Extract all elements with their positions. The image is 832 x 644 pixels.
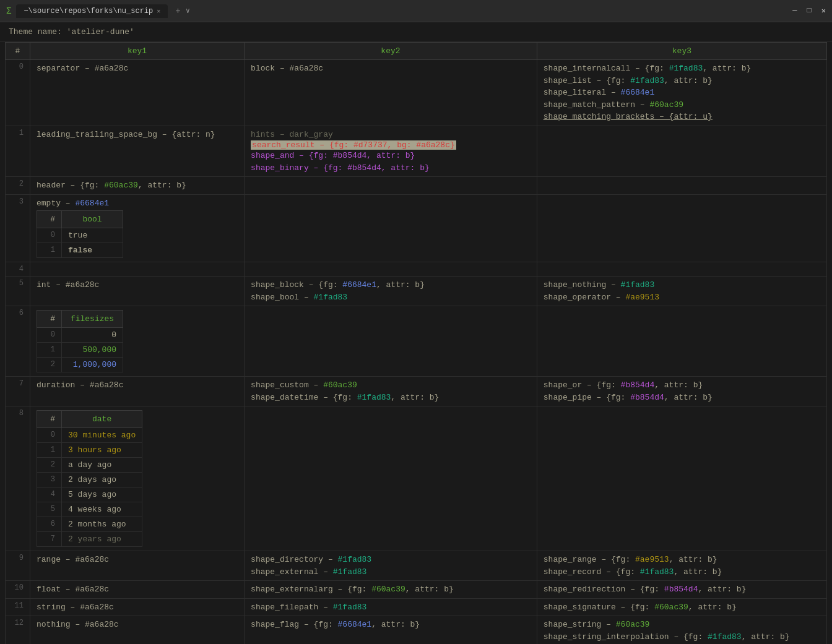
cell-key2-12: shape_flag – {fg: #6684e1, attr: b}	[245, 616, 537, 645]
row-num: 0	[6, 60, 30, 126]
col-header-key3: key3	[537, 43, 826, 60]
row-num: 9	[6, 551, 30, 581]
row-num: 3	[6, 194, 30, 262]
cell-key2-2	[245, 177, 537, 195]
col-header-key2: key2	[245, 43, 537, 60]
cell-key2-10: shape_externalarg – {fg: #60ac39, attr: …	[245, 581, 537, 599]
table-row: 4	[6, 262, 827, 277]
cell-key1-11: string – #a6a28c	[30, 598, 245, 616]
new-tab-button[interactable]: +	[175, 6, 180, 16]
table-row: 8 #date 030 minutes ago 13 hours ago 2a …	[6, 406, 827, 551]
cell-key2-11: shape_filepath – #1fad83	[245, 598, 537, 616]
table-header-row: # key1 key2 key3	[6, 43, 827, 60]
cell-key1-5: int – #a6a28c	[30, 277, 245, 306]
cell-key2-5: shape_block – {fg: #6684e1, attr: b}shap…	[245, 277, 537, 306]
theme-name-line: Theme name: 'atelier-dune'	[0, 22, 832, 42]
cell-key1-3: empty – #6684e1 #bool 0true 1false	[30, 194, 245, 262]
cell-key3-1	[537, 126, 826, 177]
row-num: 7	[6, 377, 30, 406]
cell-key2-4	[245, 262, 537, 277]
tab-dropdown-button[interactable]: ∨	[186, 6, 190, 15]
row-num: 10	[6, 581, 30, 599]
cell-key3-8	[537, 406, 826, 551]
row-num: 8	[6, 406, 30, 551]
cell-key3-3	[537, 194, 826, 262]
cell-key2-7: shape_custom – #60ac39shape_datetime – {…	[245, 377, 537, 406]
cell-key3-11: shape_signature – {fg: #60ac39, attr: b}	[537, 598, 826, 616]
cell-key1-4	[30, 262, 245, 277]
tab-label: ~\source\repos\forks\nu_scrip	[24, 7, 153, 15]
cell-key3-12: shape_string – #60ac39shape_string_inter…	[537, 616, 826, 645]
cell-key2-6	[245, 306, 537, 377]
tab-close-button[interactable]: ✕	[157, 7, 160, 15]
data-table: # key1 key2 key3 0 separator – #a6a28c b…	[5, 42, 827, 644]
table-row: 7 duration – #a6a28c shape_custom – #60a…	[6, 377, 827, 406]
cell-key1-2: header – {fg: #60ac39, attr: b}	[30, 177, 245, 195]
cell-key2-9: shape_directory – #1fad83shape_external …	[245, 551, 537, 581]
cell-key1-0: separator – #a6a28c	[30, 60, 245, 126]
cell-key3-2	[537, 177, 826, 195]
cell-key1-10: float – #a6a28c	[30, 581, 245, 599]
cell-key3-6	[537, 306, 826, 377]
inner-filesizes-table: #filesizes 00 1500,000 21,000,000	[37, 310, 123, 372]
table-row: 2 header – {fg: #60ac39, attr: b}	[6, 177, 827, 195]
main-content: # key1 key2 key3 0 separator – #a6a28c b…	[0, 42, 832, 644]
minimize-button[interactable]: —	[792, 6, 797, 15]
table-row: 5 int – #a6a28c shape_block – {fg: #6684…	[6, 277, 827, 306]
table-row: 6 #filesizes 00 1500,000 21,000,000	[6, 306, 827, 377]
inner-date-table: #date 030 minutes ago 13 hours ago 2a da…	[37, 410, 142, 547]
table-row: 0 separator – #a6a28c block – #a6a28c sh…	[6, 60, 827, 126]
tab-main[interactable]: ~\source\repos\forks\nu_scrip ✕	[16, 4, 168, 18]
cell-key3-5: shape_nothing – #1fad83shape_operator – …	[537, 277, 826, 306]
cell-key3-0: shape_internalcall – {fg: #1fad83, attr:…	[537, 60, 826, 126]
cell-key2-1: hints – dark_graysearch_result – {fg: #d…	[245, 126, 537, 177]
cell-key3-10: shape_redirection – {fg: #b854d4, attr: …	[537, 581, 826, 599]
cell-key1-8: #date 030 minutes ago 13 hours ago 2a da…	[30, 406, 245, 551]
cell-key1-9: range – #a6a28c	[30, 551, 245, 581]
inner-bool-table: #bool 0true 1false	[37, 210, 123, 258]
cell-key1-7: duration – #a6a28c	[30, 377, 245, 406]
cell-key1-1: leading_trailing_space_bg – {attr: n}	[30, 126, 245, 177]
maximize-button[interactable]: □	[807, 6, 812, 15]
cell-key3-4	[537, 262, 826, 277]
cell-key1-12: nothing – #a6a28c	[30, 616, 245, 645]
row-num: 4	[6, 262, 30, 277]
cell-key1-6: #filesizes 00 1500,000 21,000,000	[30, 306, 245, 377]
cell-key2-0: block – #a6a28c	[245, 60, 537, 126]
close-button[interactable]: ✕	[821, 6, 826, 15]
titlebar: Σ ~\source\repos\forks\nu_scrip ✕ + ∨ — …	[0, 0, 832, 22]
cell-key3-7: shape_or – {fg: #b854d4, attr: b}shape_p…	[537, 377, 826, 406]
row-num: 12	[6, 616, 30, 645]
window-controls: — □ ✕	[792, 6, 826, 15]
col-header-key1: key1	[30, 43, 245, 60]
table-row: 11 string – #a6a28c shape_filepath – #1f…	[6, 598, 827, 616]
cell-key2-3	[245, 194, 537, 262]
table-row: 3 empty – #6684e1 #bool 0true 1false	[6, 194, 827, 262]
row-num: 6	[6, 306, 30, 377]
table-row: 9 range – #a6a28c shape_directory – #1fa…	[6, 551, 827, 581]
table-row: 10 float – #a6a28c shape_externalarg – {…	[6, 581, 827, 599]
row-num: 5	[6, 277, 30, 306]
row-num: 2	[6, 177, 30, 195]
row-num: 11	[6, 598, 30, 616]
table-row: 1 leading_trailing_space_bg – {attr: n} …	[6, 126, 827, 177]
terminal-icon: Σ	[6, 6, 11, 16]
cell-key3-9: shape_range – {fg: #ae9513, attr: b}shap…	[537, 551, 826, 581]
table-row: 12 nothing – #a6a28c shape_flag – {fg: #…	[6, 616, 827, 645]
row-num: 1	[6, 126, 30, 177]
cell-key2-8	[245, 406, 537, 551]
col-header-hash: #	[6, 43, 30, 60]
